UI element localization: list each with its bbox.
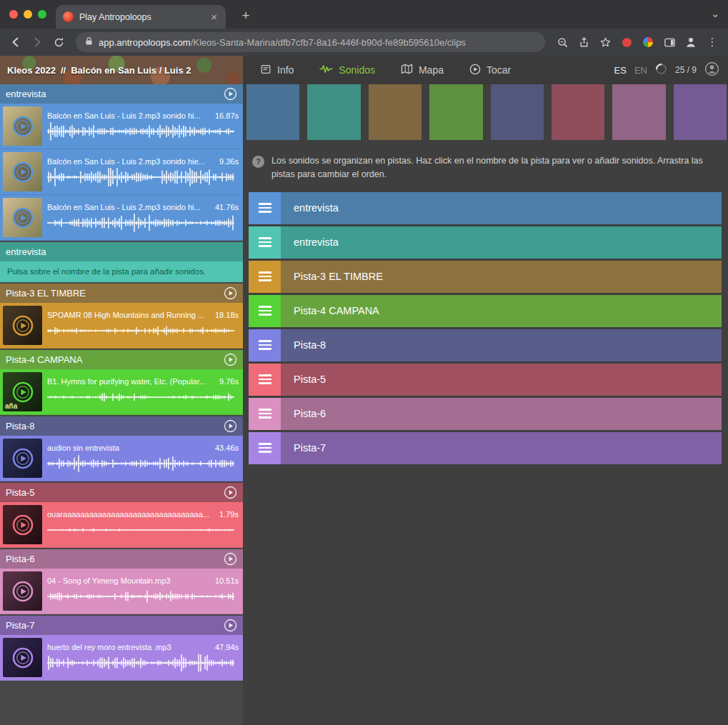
track-header[interactable]: Pista-6 [0,549,243,569]
browser-tab[interactable]: Play Antropoloops × [56,5,226,29]
drag-handle-icon [259,409,271,419]
extension-pinwheel-icon[interactable] [638,32,658,52]
audio-clip[interactable]: Balcón en San Luis - Luis 2.mp3 sonido h… [0,149,243,195]
share-icon[interactable] [574,32,594,52]
lock-icon [85,36,93,49]
project-title[interactable]: Kleos 2022 [7,65,56,76]
track-sidebar: entrevistaBalcón en San Luis - Luis 2.mp… [0,84,243,725]
audio-clip[interactable]: Balcón en San Luis - Luis 2.mp3 sonido h… [0,195,243,241]
track-color-swatch[interactable] [429,84,482,140]
track-color-swatch[interactable] [674,84,727,140]
clip-title: ouaraaaaaaaaaaaaaaaaaaaaaaaaaaaaaaaa... [47,510,216,519]
track-row[interactable]: entrevista [249,226,722,259]
zoom-icon[interactable] [552,32,572,52]
track-header[interactable]: Pista-4 CAMPANA [0,350,243,369]
tab-close-icon[interactable]: × [209,11,219,22]
audio-clip[interactable]: huerto del rey moro entrevista .mp347.94… [0,635,243,681]
clip-title: B1. Hymns for purifying water, Etc. (Pop… [47,377,216,386]
tab-search-chevron-icon[interactable]: ⌄ [711,8,719,19]
nav-item-tocar[interactable]: Tocar [469,64,511,77]
track-play-button[interactable] [224,419,237,433]
close-window-button[interactable] [9,10,18,19]
audio-clip[interactable]: Balcón en San Luis - Luis 2.mp3 sonido h… [0,104,243,149]
track-row[interactable]: entrevista [249,192,722,224]
track-header[interactable]: Pista-7 [0,616,243,635]
side-panel-icon[interactable] [659,32,679,52]
zoom-window-button[interactable] [38,10,46,19]
drag-handle[interactable] [249,261,281,293]
track-play-button[interactable] [224,486,237,499]
audio-clip[interactable]: ouaraaaaaaaaaaaaaaaaaaaaaaaaaaaaaaaa...1… [0,502,243,548]
drag-handle[interactable] [249,192,281,224]
sidebar-track-section: Pista-5ouaraaaaaaaaaaaaaaaaaaaaaaaaaaaaa… [0,483,243,548]
track-row[interactable]: Pista-5 [249,364,722,396]
track-header[interactable]: Pista-5 [0,483,243,502]
track-row-body[interactable]: Pista-3 EL TIMBRE [281,261,722,293]
tab-strip: Play Antropoloops × + ⌄ [0,0,728,29]
track-color-swatch[interactable] [369,84,422,140]
sidebar-track-section: Pista-604 - Song of Yimeng Mountain.mp31… [0,549,243,614]
track-header[interactable]: entrevista [0,84,243,104]
track-row-body[interactable]: Pista-4 CAMPANA [281,295,722,327]
nav-item-mapa[interactable]: Mapa [401,64,444,76]
track-row[interactable]: Pista-8 [249,329,722,361]
track-row-body[interactable]: Pista-6 [281,398,722,430]
sidebar-track-section: Pista-7huerto del rey moro entrevista .m… [0,616,243,681]
track-color-swatch[interactable] [246,84,299,140]
drag-handle[interactable] [249,398,281,430]
info-icon [260,64,271,77]
lang-es-button[interactable]: ES [614,65,627,76]
track-name: Pista-4 CAMPANA [6,354,224,365]
track-color-swatch[interactable] [491,84,544,140]
track-play-button[interactable] [224,552,237,566]
nav-item-sonidos[interactable]: Sonidos [319,64,375,76]
nav-item-info[interactable]: Info [260,64,294,77]
audio-clip[interactable]: añaB1. Hymns for purifying water, Etc. (… [0,369,243,415]
drag-handle[interactable] [249,295,281,327]
clip-title: huerto del rey moro entrevista .mp3 [47,643,212,651]
new-tab-button[interactable]: + [236,6,255,25]
track-color-swatch[interactable] [552,84,604,140]
track-row-body[interactable]: Pista-8 [281,329,722,361]
drag-handle[interactable] [249,364,281,396]
minimize-window-button[interactable] [24,10,32,19]
track-row-body[interactable]: entrevista [281,192,722,224]
track-header[interactable]: Pista-3 EL TIMBRE [0,284,243,303]
track-play-button[interactable] [224,286,237,300]
lang-en-button[interactable]: EN [634,65,647,76]
drag-handle[interactable] [249,329,281,361]
address-bar[interactable]: app.antropoloops.com/Kleos-Santa-Marina/… [76,32,545,52]
track-row-body[interactable]: entrevista [281,226,722,259]
track-header[interactable]: Pista-8 [0,416,243,436]
track-header[interactable]: entrevista [0,242,243,261]
track-color-swatch[interactable] [612,84,665,140]
track-play-button[interactable] [224,619,237,632]
drag-handle[interactable] [249,432,281,464]
audio-clip[interactable]: 04 - Song of Yimeng Mountain.mp310.51s [0,569,243,614]
track-row[interactable]: Pista-6 [249,398,722,430]
track-row-body[interactable]: Pista-5 [281,364,722,396]
track-row-body[interactable]: Pista-7 [281,432,722,464]
track-row[interactable]: Pista-4 CAMPANA [249,295,722,327]
account-icon[interactable] [704,61,719,79]
track-row[interactable]: Pista-7 [249,432,722,464]
reload-button[interactable] [49,32,69,52]
forward-button[interactable] [27,32,47,52]
drag-handle[interactable] [249,226,281,259]
sidebar-track-section: Pista-4 CAMPANAañaB1. Hymns for purifyin… [0,350,243,415]
back-button[interactable] [6,32,26,52]
track-play-button[interactable] [224,353,237,366]
bookmark-star-icon[interactable] [595,32,615,52]
track-play-button[interactable] [224,87,237,101]
track-row-label: Pista-8 [294,339,326,351]
audio-clip[interactable]: SPOAMR 08 High Mountains and Running ...… [0,303,243,349]
track-name: Pista-3 EL TIMBRE [6,288,224,299]
audio-clip[interactable]: audion sin entrevista43.46s [0,436,243,481]
profile-avatar-icon[interactable] [681,32,701,52]
browser-menu-icon[interactable]: ⋮ [702,32,722,52]
track-row[interactable]: Pista-3 EL TIMBRE [249,261,722,293]
track-list: entrevistaentrevistaPista-3 EL TIMBREPis… [243,192,728,466]
url-path: /Kleos-Santa-Marina/dfb7cfb7-8a16-446f-b… [191,37,466,48]
track-color-swatch[interactable] [307,84,360,140]
extension-record-icon[interactable] [617,32,637,52]
